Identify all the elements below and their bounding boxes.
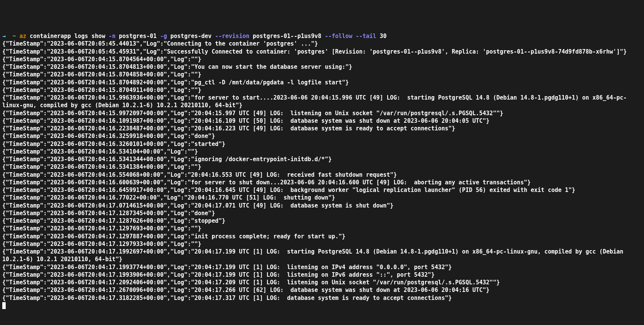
cmd-val-tail: 30 bbox=[380, 33, 386, 40]
prompt-arrow-icon: → bbox=[2, 33, 6, 40]
log-lines-container: {"TimeStamp":"2023-06-06T20:05:45.44013"… bbox=[2, 40, 642, 302]
prompt-cwd: ~ bbox=[13, 33, 16, 40]
terminal-cursor bbox=[2, 302, 6, 309]
cmd-flag-n: -n bbox=[109, 33, 116, 40]
cmd-executable: az bbox=[19, 33, 26, 40]
cmd-flag-revision: --revision bbox=[215, 33, 249, 40]
cmd-flag-follow: --follow bbox=[325, 33, 352, 40]
prompt-line: → ~ az containerapp logs show -n postgre… bbox=[2, 33, 387, 40]
cmd-flag-tail: --tail bbox=[356, 33, 376, 40]
terminal-output[interactable]: → ~ az containerapp logs show -n postgre… bbox=[2, 32, 642, 309]
cmd-val-revision: postgres-01--p1us9v8 bbox=[253, 33, 321, 40]
cmd-subcommand-3: show bbox=[92, 33, 105, 40]
cmd-subcommand-1: containerapp bbox=[30, 33, 71, 40]
cmd-val-n: postgres-01 bbox=[119, 33, 157, 40]
cmd-val-g: postgres-dev bbox=[171, 33, 212, 40]
cmd-flag-g: -g bbox=[160, 33, 167, 40]
cmd-subcommand-2: logs bbox=[74, 33, 88, 40]
